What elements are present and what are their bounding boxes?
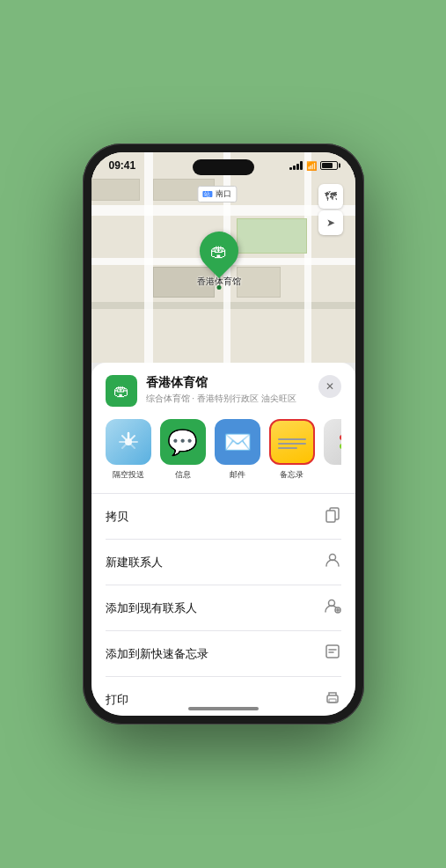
add-contact-icon [324, 597, 341, 619]
marker-pin: 🏟 [191, 224, 245, 278]
map-area[interactable]: 站 南口 🏟 香港体育馆 🗺 ➤ [91, 152, 355, 363]
copy-label: 拷贝 [106, 509, 128, 525]
map-type-button[interactable]: 🗺 [318, 184, 343, 209]
airdrop-icon [106, 419, 151, 465]
location-name: 香港体育馆 [146, 375, 296, 391]
quick-note-icon [324, 643, 341, 665]
map-controls: 🗺 ➤ [318, 184, 343, 235]
action-copy[interactable]: 拷贝 [106, 494, 341, 540]
messages-label: 信息 [175, 469, 191, 481]
share-mail[interactable]: ✉️ 邮件 [215, 419, 260, 481]
location-text: 香港体育馆 综合体育馆 · 香港特别行政区 油尖旺区 [146, 375, 296, 405]
bottom-sheet: 🏟 香港体育馆 综合体育馆 · 香港特别行政区 油尖旺区 ✕ [91, 363, 355, 716]
location-button[interactable]: ➤ [318, 210, 343, 235]
mail-label: 邮件 [230, 469, 245, 481]
airdrop-label: 隔空投送 [113, 469, 144, 481]
home-indicator [188, 707, 259, 710]
location-subtitle: 综合体育馆 · 香港特别行政区 油尖旺区 [146, 393, 296, 405]
wifi-icon: 📶 [306, 161, 317, 171]
svg-rect-6 [326, 645, 339, 658]
print-icon [324, 688, 341, 710]
action-new-contact[interactable]: 新建联系人 [106, 540, 341, 585]
messages-icon: 💬 [160, 419, 206, 465]
copy-icon [324, 505, 341, 527]
stadium-icon: 🏟 [210, 241, 228, 261]
phone-frame: 09:41 📶 [83, 143, 364, 725]
mail-icon: ✉️ [215, 419, 260, 465]
print-label: 打印 [106, 692, 128, 708]
notes-icon [269, 419, 315, 465]
quick-note-label: 添加到新快速备忘录 [106, 646, 208, 662]
map-south-entrance: 站 南口 [197, 186, 238, 202]
status-icons: 📶 [289, 161, 338, 171]
new-contact-label: 新建联系人 [106, 555, 163, 570]
stadium-marker[interactable]: 🏟 香港体育馆 [197, 232, 241, 288]
close-button[interactable]: ✕ [318, 375, 341, 398]
notes-label: 备忘录 [280, 469, 303, 481]
share-more[interactable]: 推 [324, 419, 341, 481]
location-info: 🏟 香港体育馆 综合体育馆 · 香港特别行政区 油尖旺区 [106, 375, 296, 407]
svg-rect-2 [326, 511, 335, 522]
location-header: 🏟 香港体育馆 综合体育馆 · 香港特别行政区 油尖旺区 ✕ [106, 375, 341, 407]
signal-icon [289, 161, 303, 170]
location-venue-icon: 🏟 [106, 375, 137, 407]
new-contact-icon [324, 551, 341, 573]
share-airdrop[interactable]: 隔空投送 [106, 419, 151, 481]
battery-icon [320, 161, 338, 170]
share-messages[interactable]: 💬 信息 [160, 419, 206, 481]
marker-dot [216, 285, 221, 290]
add-existing-label: 添加到现有联系人 [106, 600, 197, 616]
more-icon [324, 419, 341, 465]
action-add-existing[interactable]: 添加到现有联系人 [106, 585, 341, 631]
phone-screen: 09:41 📶 [91, 152, 355, 716]
share-row: 隔空投送 💬 信息 ✉️ 邮件 [106, 419, 341, 493]
dynamic-island [193, 159, 254, 175]
status-time: 09:41 [109, 159, 136, 172]
share-notes[interactable]: 备忘录 [269, 419, 315, 481]
action-quick-note[interactable]: 添加到新快速备忘录 [106, 631, 341, 677]
